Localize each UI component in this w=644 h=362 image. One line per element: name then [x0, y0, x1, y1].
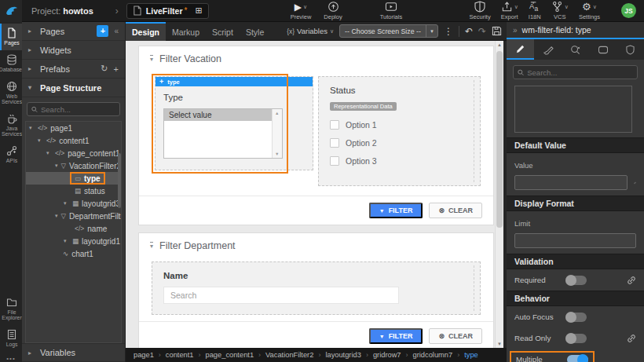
tree-item-page-content1[interactable]: ▾ </> page_content1	[26, 147, 121, 159]
tab-style[interactable]: Style	[240, 22, 270, 41]
gridcolumn-type[interactable]: + type Type Select value ▲ ▼	[155, 76, 313, 170]
tree-item-content1[interactable]: ▾ </> content1	[26, 134, 121, 147]
checkbox-option-3[interactable]: Option 3	[330, 156, 469, 166]
rail-item-apis[interactable]: APIs	[0, 141, 22, 168]
properties-search-input[interactable]	[527, 68, 633, 77]
properties-search[interactable]	[513, 65, 638, 79]
tab-inspect[interactable]	[562, 39, 589, 60]
caret-down-icon[interactable]: ▾	[38, 137, 43, 144]
bind-link-icon[interactable]	[627, 334, 636, 343]
tree-item-vacationfilter2[interactable]: ▾ ▽ VacationFilter2	[26, 159, 121, 172]
required-toggle[interactable]	[565, 276, 587, 285]
tab-device[interactable]	[589, 39, 617, 60]
multiple-toggle[interactable]	[567, 355, 588, 362]
filter-button[interactable]: ▼ FILTER	[369, 328, 423, 344]
collapse-panel-icon[interactable]: «	[114, 27, 119, 35]
caret-down-icon[interactable]: ▾	[29, 125, 35, 131]
tab-markup[interactable]: Markup	[166, 22, 206, 41]
vcs-button[interactable]: ∨ VCS	[551, 1, 569, 20]
export-button[interactable]: ∨ Export	[501, 1, 518, 20]
wavemaker-logo[interactable]	[0, 0, 22, 22]
checkbox-option-1[interactable]: Option 1	[330, 120, 469, 130]
filter-button[interactable]: ▼ FILTER	[369, 203, 423, 218]
section-pages[interactable]: ▸ Pages + «	[22, 22, 125, 41]
crumb-page1[interactable]: page1	[134, 351, 154, 359]
add-prefab-icon[interactable]: +	[114, 64, 119, 74]
checkbox-icon[interactable]	[330, 156, 339, 166]
i18n-button[interactable]: Aa I18N	[529, 1, 541, 20]
scroll-down-icon[interactable]: ▼	[275, 152, 279, 156]
rail-item-logs[interactable]: Logs	[0, 325, 22, 352]
listbox-scrollbar[interactable]: ▲ ▼	[272, 109, 282, 158]
tab-design[interactable]: Design	[126, 22, 166, 41]
name-search-input[interactable]	[163, 287, 399, 304]
tree-item-layoutgrid1[interactable]: ▾ ▦ layoutgrid1	[26, 235, 121, 247]
page-tab-livefilter[interactable]: LiveFilter * ⊞	[126, 3, 209, 19]
tree-item-chart1[interactable]: ∿ chart1	[26, 247, 121, 260]
rail-item-databases[interactable]: Databases	[0, 50, 22, 77]
checkbox-icon[interactable]	[330, 120, 339, 130]
scrollbar-thumb[interactable]	[496, 51, 503, 228]
tutorials-button[interactable]: Tutorials	[380, 1, 402, 20]
crumb-layoutgrid3[interactable]: layoutgrid3	[325, 351, 360, 359]
caret-down-icon[interactable]: ▾	[64, 238, 69, 244]
crumb-type-active[interactable]: type	[464, 351, 478, 359]
section-prefabs[interactable]: ▸ Prefabs ↻ +	[22, 60, 125, 79]
crumb-gridrow7[interactable]: gridrow7	[373, 351, 401, 359]
caret-down-icon[interactable]: ▾	[64, 200, 69, 207]
crumb-vacationfilter2[interactable]: VacationFilter2	[265, 351, 313, 359]
checkbox-option-2[interactable]: Option 2	[330, 138, 469, 148]
scroll-down-icon[interactable]: ▼	[497, 342, 502, 346]
tab-script[interactable]: Script	[206, 22, 240, 41]
tree-scrollbar[interactable]	[118, 153, 121, 208]
select-value-row[interactable]: Select value	[164, 109, 272, 121]
tab-properties[interactable]	[507, 39, 534, 60]
caret-down-icon[interactable]: ▾	[55, 163, 58, 169]
kebab-menu-icon[interactable]: ⋮	[444, 26, 453, 37]
tab-security[interactable]	[617, 39, 644, 60]
settings-button[interactable]: ⚙∨ Settings	[579, 1, 600, 20]
tree-item-type[interactable]: ▭ type	[26, 172, 121, 185]
move-handle-icon[interactable]: +	[159, 78, 163, 86]
security-button[interactable]: Security	[470, 1, 491, 20]
expand-panel-icon[interactable]: »	[513, 26, 518, 35]
variables-dropdown[interactable]: {x} Variables ∨	[287, 27, 334, 35]
panel-collapse-icon[interactable]: ▾	[150, 242, 153, 250]
crumb-gridcolumn7[interactable]: gridcolumn7	[413, 351, 453, 359]
section-variables[interactable]: ▸ Variables	[22, 343, 125, 362]
scroll-up-icon[interactable]: ▲	[497, 42, 502, 47]
rail-item-web-services[interactable]: Web Services	[0, 77, 22, 109]
save-icon[interactable]	[492, 26, 502, 36]
deploy-button[interactable]: Deploy	[324, 1, 342, 20]
screen-size-select[interactable]: -- Choose Screen Size -- ▼	[339, 24, 438, 38]
type-select-widget[interactable]: Select value ▲ ▼	[163, 108, 283, 159]
crumb-content1[interactable]: content1	[166, 351, 194, 359]
gridcolumn-status[interactable]: Status Representational Data Option 1 Op…	[318, 76, 481, 186]
scroll-up-icon[interactable]: ▲	[275, 111, 279, 115]
read-only-toggle[interactable]	[565, 334, 587, 343]
rail-item-pages[interactable]: Pages	[0, 24, 22, 50]
value-input[interactable]	[514, 175, 628, 190]
tab-styles[interactable]	[534, 39, 562, 60]
selected-widget-bar[interactable]: + type	[156, 77, 313, 86]
caret-down-icon[interactable]: ▾	[55, 213, 58, 219]
preview-button[interactable]: ▶∨ Preview	[291, 1, 312, 20]
limit-input[interactable]	[514, 233, 636, 248]
canvas-scrollbar[interactable]: ▲ ▼	[495, 41, 503, 348]
undo-icon[interactable]: ↶	[465, 26, 473, 37]
checkbox-icon[interactable]	[330, 138, 339, 148]
bind-link-icon[interactable]	[627, 276, 636, 285]
add-page-button[interactable]: +	[97, 25, 108, 37]
rail-item-file-explorer[interactable]: File Explorer	[0, 293, 22, 325]
crumb-page-content1[interactable]: page_content1	[206, 351, 254, 359]
page-switcher-icon[interactable]: ⊞	[195, 5, 202, 16]
panel-collapse-icon[interactable]: ▾	[150, 55, 153, 63]
redo-icon[interactable]: ↷	[478, 26, 486, 37]
auto-focus-toggle[interactable]	[565, 313, 587, 322]
tree-item-page1[interactable]: ▾ </> page1	[26, 122, 121, 134]
tree-item-layoutgrid3[interactable]: ▾ ▦ layoutgrid3	[26, 197, 121, 210]
rail-item-java-services[interactable]: Java Services	[0, 109, 22, 141]
refresh-icon[interactable]: ↻	[101, 64, 108, 74]
bind-link-icon[interactable]	[634, 178, 636, 188]
rail-overflow-button[interactable]: •••	[0, 355, 22, 362]
